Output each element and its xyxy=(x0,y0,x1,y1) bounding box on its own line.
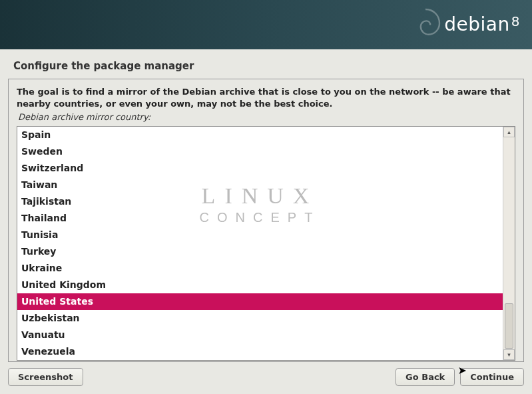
list-item[interactable]: Venezuela xyxy=(17,343,503,360)
scroll-up-button[interactable]: ▴ xyxy=(503,127,515,137)
debian-logo: debian8 xyxy=(444,13,520,35)
list-item[interactable]: Ukraine xyxy=(17,260,503,277)
continue-button[interactable]: Continue xyxy=(460,368,524,386)
page-title: Configure the package manager xyxy=(0,49,532,79)
scroll-down-button[interactable]: ▾ xyxy=(503,349,515,360)
list-label: Debian archive mirror country: xyxy=(18,112,515,122)
content-panel: The goal is to find a mirror of the Debi… xyxy=(8,79,524,362)
list-item[interactable]: Thailand xyxy=(17,210,503,227)
screenshot-button[interactable]: Screenshot xyxy=(8,368,83,386)
footer-bar: Screenshot ➤ Go Back Continue xyxy=(0,361,532,394)
list-item[interactable]: Tunisia xyxy=(17,227,503,243)
list-item[interactable]: Turkey xyxy=(17,243,503,260)
scroll-thumb[interactable] xyxy=(505,303,513,349)
scrollbar[interactable]: ▴ ▾ xyxy=(503,127,515,360)
go-back-button[interactable]: Go Back xyxy=(396,368,455,386)
list-item[interactable]: Uzbekistan xyxy=(17,310,503,327)
installer-header: debian8 xyxy=(0,0,532,49)
list-item[interactable]: United Kingdom xyxy=(17,277,503,293)
mirror-country-listbox[interactable]: LINUX CONCEPT SpainSwedenSwitzerlandTaiw… xyxy=(17,126,515,361)
list-item[interactable]: Vanuatu xyxy=(17,327,503,343)
debian-swirl-icon xyxy=(405,3,445,43)
list-item[interactable]: United States xyxy=(17,293,503,310)
list-item[interactable]: Switzerland xyxy=(17,160,503,177)
instruction-text: The goal is to find a mirror of the Debi… xyxy=(17,86,515,109)
list-item[interactable]: Taiwan xyxy=(17,177,503,193)
list-item[interactable]: Sweden xyxy=(17,143,503,160)
list-item[interactable]: Spain xyxy=(17,127,503,143)
logo-text: debian xyxy=(444,13,509,35)
list-item[interactable]: Tajikistan xyxy=(17,193,503,210)
logo-version: 8 xyxy=(511,13,520,29)
